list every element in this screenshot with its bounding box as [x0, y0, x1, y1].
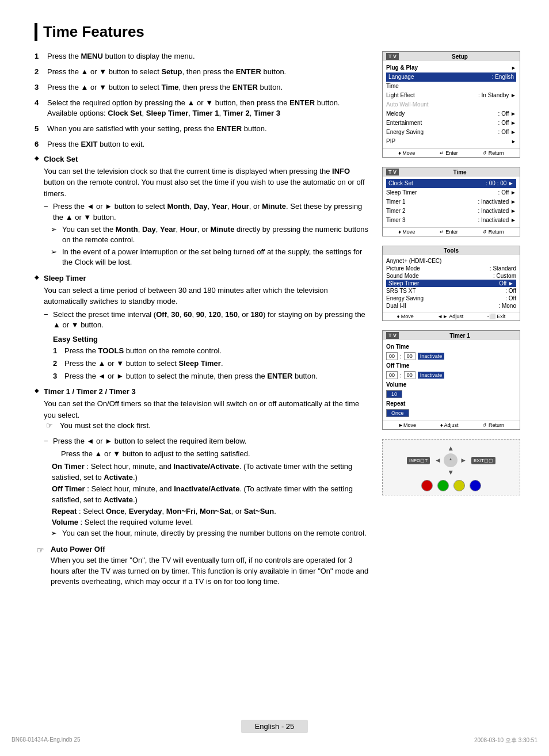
timer1-screen-body: On Time 00 : 00 Inactivate Off Time 00 :… [383, 340, 520, 421]
timer123-title: Timer 1 / Timer 2 / Timer 3 [44, 387, 371, 396]
dpad-down[interactable]: ▼ [447, 468, 454, 476]
timer1-volume-row: 10 [386, 389, 516, 399]
timer1-footer-return: ↺ Return [482, 422, 504, 428]
step-content-6: Press the EXIT button to exit. [47, 139, 371, 150]
page-footer: English - 25 BN68-01434A-Eng.indb 25 200… [0, 720, 549, 744]
timer123-body: You can set the On/Off timers so that th… [44, 398, 371, 421]
clock-set-body: You can set the television clock so that… [44, 166, 371, 200]
timer123-sub1: − Press the ◄ or ► button to select the … [44, 436, 371, 446]
timer123-sublist: − Press the ◄ or ► button to select the … [44, 436, 371, 459]
setup-row-language: Language : English [386, 72, 516, 82]
time-screen-body: Clock Set : 00 : 00 ► Sleep Timer : Off … [383, 177, 520, 227]
setup-row-entertainment: Entertainment : Off ► [386, 119, 516, 128]
timer1-on-label: On Time [386, 342, 516, 351]
setup-row-light: Light Effect : In Standby ► [386, 91, 516, 100]
easy-setting-title: Easy Setting [53, 335, 371, 343]
step-content-2: Press the ▲ or ▼ button to select Setup,… [47, 67, 371, 78]
tools-footer-move: ♦ Move [397, 314, 414, 319]
remote-control-panel: INFO▢T ▲ ◄ ► ▼ EXIT▢▢ [382, 439, 520, 495]
volume-text: Volume : Select the required volume leve… [52, 517, 371, 528]
time-footer-return: ↺ Return [482, 229, 504, 235]
timer1-off-time-row: 00 : 00 Inactivate [386, 370, 516, 380]
timer1-off-h: 00 [386, 371, 398, 379]
tools-screen-footer: ♦ Move ◄► Adjust -⬜ Exit [383, 312, 520, 320]
timer1-screen-header: T V Timer 1 [383, 331, 520, 340]
tools-row-anynet: Anynet+ (HDMI-CEC) [386, 257, 516, 265]
time-footer-enter: ↵ Enter [440, 229, 458, 235]
timer1-tv-label: T V [386, 332, 399, 339]
sleep-timer-sub1: − Select the preset time interval (Off, … [44, 310, 371, 330]
timer123-section: Timer 1 / Timer 2 / Timer 3 You can set … [35, 387, 371, 538]
time-row-timer2: Timer 2 : Inactivated ► [386, 207, 516, 216]
page-title-bar: Time Features [35, 23, 520, 41]
timer1-volume-label: Volume [386, 380, 516, 389]
remote-dpad: ▲ ◄ ► ▼ [433, 443, 468, 478]
dpad-center[interactable] [444, 453, 458, 467]
setup-row-melody: Melody : Off ► [386, 109, 516, 119]
page-title: Time Features [43, 23, 144, 41]
timer1-on-inactivate-btn[interactable]: Inactivate [418, 353, 445, 360]
on-timer-text: On Timer : Select hour, minute, and Inac… [52, 461, 371, 483]
step-4: 4 Select the required option by pressing… [35, 98, 371, 120]
right-column: T V Setup Plug & Play ► Language : Engli… [382, 51, 520, 592]
off-timer-text: Off Timer : Select hour, minute, and Ina… [52, 483, 371, 506]
time-screen-footer: ♦ Move ↵ Enter ↺ Return [383, 227, 520, 236]
tools-row-sleep: Sleep Timer Off ► [386, 280, 516, 287]
step-num-3: 3 [35, 82, 43, 93]
left-column: 1 Press the MENU button to display the m… [35, 51, 371, 592]
setup-footer-enter: ↵ Enter [440, 150, 458, 156]
sleep-timer-sublist: − Select the preset time interval (Off, … [44, 310, 371, 330]
setup-tv-label: T V [386, 53, 399, 60]
setup-row-pip: PIP ► [386, 137, 516, 146]
time-screen-title: Time [403, 169, 516, 175]
tools-footer-adjust: ◄► Adjust [437, 314, 463, 319]
timer123-note1: ☞ You must set the clock first. [44, 421, 371, 432]
easy-steps-list: 1 Press the TOOLS button on the remote c… [53, 346, 371, 382]
step-3: 3 Press the ▲ or ▼ button to select Time… [35, 82, 371, 93]
setup-screen-footer: ♦ Move ↵ Enter ↺ Return [383, 148, 520, 157]
footer-page-label: English - 25 [241, 720, 308, 733]
tools-row-sound: Sound Mode : Custom [386, 272, 516, 280]
dpad-up[interactable]: ▲ [447, 444, 454, 452]
steps-list: 1 Press the MENU button to display the m… [35, 51, 371, 150]
info-button[interactable]: INFO▢T [407, 457, 430, 464]
green-button[interactable] [437, 480, 449, 491]
sleep-timer-section: Sleep Timer You can select a time period… [35, 274, 371, 382]
page-container: Time Features 1 Press the MENU button to… [0, 0, 549, 756]
blue-button[interactable] [470, 480, 481, 491]
clock-set-sublist: − Press the ◄ or ► button to select Mont… [44, 201, 371, 222]
setup-screen-body: Plug & Play ► Language : English Time Li… [383, 61, 520, 148]
yellow-button[interactable] [453, 480, 465, 491]
timer1-repeat-row: Once [386, 408, 516, 418]
step-content-3: Press the ▲ or ▼ button to select Time, … [47, 82, 371, 93]
timer1-volume-val: 10 [386, 390, 402, 398]
footer-file-info: BN68-01434A-Eng.indb 25 2008-03-10 오후 3:… [0, 736, 549, 744]
time-row-timer3: Timer 3 : Inactivated ► [386, 216, 516, 225]
main-layout: 1 Press the MENU button to display the m… [35, 51, 520, 592]
step-num-1: 1 [35, 51, 43, 62]
red-button[interactable] [421, 480, 433, 491]
timer1-footer-adjust: ♦ Adjust [440, 422, 459, 428]
timer1-off-inactivate-btn[interactable]: Inactivate [418, 372, 445, 379]
tools-row-picture: Picture Mode : Standard [386, 265, 516, 272]
tools-row-energy: Energy Saving : Off [386, 295, 516, 302]
timer1-screen-title: Timer 1 [403, 333, 516, 339]
footer-date: 2008-03-10 오후 3:30:51 [474, 736, 537, 744]
dpad-left[interactable]: ◄ [434, 456, 441, 464]
dpad-right[interactable]: ► [460, 456, 467, 464]
step-num-4: 4 [35, 98, 43, 120]
timer1-on-time-row: 00 : 00 Inactivate [386, 351, 516, 361]
clock-set-title: Clock Set [44, 155, 371, 163]
time-row-clockset: Clock Set : 00 : 00 ► [386, 179, 516, 188]
setup-row-energy: Energy Saving : Off ► [386, 128, 516, 137]
setup-footer-move: ♦ Move [398, 150, 415, 156]
setup-row-autowall: Auto Wall-Mount [386, 100, 516, 109]
remote-top-row: INFO▢T ▲ ◄ ► ▼ EXIT▢▢ [386, 443, 516, 478]
sleep-timer-body: You can select a time period of between … [44, 285, 371, 307]
tools-row-srs: SRS TS XT : Off [386, 287, 516, 295]
step-num-2: 2 [35, 67, 43, 78]
timer1-off-label: Off Time [386, 361, 516, 370]
exit-button[interactable]: EXIT▢▢ [471, 457, 495, 464]
auto-power-off-section: ☞ Auto Power Off When you set the timer … [35, 544, 371, 587]
clock-set-section: Clock Set You can set the television clo… [35, 155, 371, 268]
